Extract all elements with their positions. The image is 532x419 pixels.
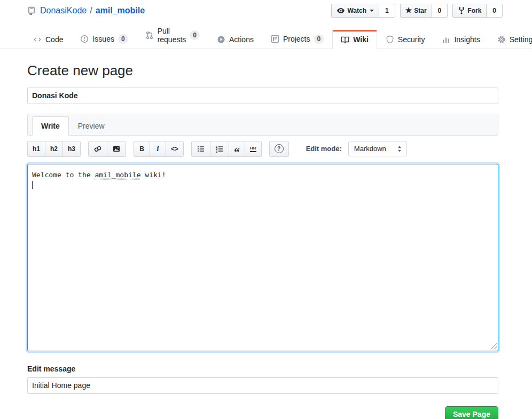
help-icon: ? — [275, 144, 284, 153]
wiki-title-input[interactable] — [27, 88, 498, 104]
bold-button[interactable]: B — [134, 141, 150, 157]
page-title: Create new page — [27, 62, 498, 80]
breadcrumb: DonasiKode / amil_mobile — [27, 6, 145, 15]
repo-tab-bar: Code Issues 0 Pull requests 0 Actions Pr… — [0, 23, 532, 49]
book-icon — [341, 35, 349, 44]
tab-label: Actions — [229, 35, 254, 44]
fork-icon — [458, 6, 465, 15]
link-button[interactable] — [88, 141, 107, 157]
italic-button[interactable]: i — [150, 141, 166, 157]
body-line-1: Welcome to the amil_mobile wiki! — [32, 170, 494, 180]
projects-count-badge: 0 — [314, 34, 324, 44]
horizontal-rule-button[interactable]: HR — [245, 141, 262, 157]
ordered-list-button[interactable]: 123 — [210, 141, 229, 157]
edit-message-section: Edit message — [27, 365, 498, 394]
tab-label: Wiki — [353, 35, 369, 44]
shield-icon — [386, 35, 394, 44]
edit-mode-label: Edit mode: — [306, 145, 342, 153]
h3-button[interactable]: h3 — [62, 141, 81, 157]
pull-request-icon — [145, 31, 154, 39]
tab-projects[interactable]: Projects 0 — [262, 29, 332, 49]
watch-count[interactable]: 1 — [379, 4, 395, 18]
resize-handle[interactable] — [490, 343, 497, 350]
select-caret-icon — [397, 145, 402, 153]
gear-icon — [497, 35, 506, 44]
help-button[interactable]: ? — [269, 141, 289, 157]
issues-count-badge: 0 — [118, 34, 128, 44]
tab-code[interactable]: Code — [25, 30, 72, 49]
image-button[interactable] — [107, 141, 126, 157]
tab-wiki[interactable]: Wiki — [332, 30, 377, 49]
edit-mode-select[interactable]: Markdown — [348, 141, 407, 156]
repo-icon — [27, 6, 36, 15]
star-label: Star — [414, 7, 426, 14]
fork-button[interactable]: Fork — [452, 4, 487, 18]
fork-button-group: Fork 0 — [452, 4, 503, 18]
code-button[interactable]: <> — [166, 141, 184, 157]
star-icon: ★ — [405, 6, 412, 14]
list-button-group: 123 “ HR — [191, 141, 262, 157]
issue-icon — [80, 35, 89, 43]
eye-icon — [337, 6, 345, 15]
h2-button[interactable]: h2 — [45, 141, 63, 157]
wiki-body-textarea[interactable]: Welcome to the amil_mobile wiki! — [27, 164, 498, 351]
save-page-button[interactable]: Save Page — [445, 406, 498, 419]
unordered-list-button[interactable] — [191, 141, 210, 157]
watch-label: Watch — [347, 7, 366, 14]
heading-button-group: h1 h2 h3 — [27, 141, 81, 157]
body-line-2 — [32, 180, 494, 191]
play-icon — [217, 35, 225, 44]
fork-label: Fork — [467, 7, 481, 14]
media-button-group — [88, 141, 126, 157]
tab-issues[interactable]: Issues 0 — [72, 29, 136, 49]
star-count[interactable]: 0 — [432, 4, 448, 18]
format-button-group: B i <> — [134, 141, 184, 157]
social-buttons: Watch 1 ★ Star 0 Fork 0 — [331, 4, 503, 18]
tab-label: Pull requests — [158, 27, 186, 44]
repo-name-link[interactable]: amil_mobile — [96, 6, 145, 15]
image-icon — [112, 145, 121, 153]
watch-button[interactable]: Watch — [331, 4, 379, 18]
edit-message-label: Edit message — [27, 365, 498, 373]
caret-down-icon — [370, 10, 374, 14]
star-button[interactable]: ★ Star — [400, 4, 432, 18]
breadcrumb-separator: / — [90, 6, 92, 15]
markdown-toolbar: h1 h2 h3 B i <> 123 “ HR ? Edit mode: Ma… — [27, 141, 498, 157]
tab-label: Projects — [283, 35, 310, 43]
star-button-group: ★ Star 0 — [400, 4, 448, 18]
write-preview-tabnav: Write Preview — [27, 114, 498, 136]
tab-label: Security — [398, 35, 425, 44]
edit-message-input[interactable] — [27, 377, 498, 394]
tab-settings[interactable]: Settings — [489, 30, 532, 49]
tab-actions[interactable]: Actions — [208, 30, 262, 49]
hr-icon: HR — [250, 146, 256, 152]
tab-label: Insights — [454, 35, 480, 44]
tab-security[interactable]: Security — [377, 30, 434, 49]
code-icon — [33, 35, 42, 44]
tab-write[interactable]: Write — [32, 116, 69, 136]
tab-label: Issues — [92, 35, 114, 43]
form-actions: Save Page — [27, 406, 498, 419]
ordered-list-icon: 123 — [215, 145, 224, 153]
misspelled-word: amil_mobile — [95, 171, 140, 179]
wiki-editor-main: Create new page Write Preview h1 h2 h3 B… — [27, 62, 498, 419]
watch-button-group: Watch 1 — [331, 4, 395, 18]
fork-count[interactable]: 0 — [487, 4, 503, 18]
blockquote-button[interactable]: “ — [229, 141, 245, 157]
tab-pull-requests[interactable]: Pull requests 0 — [137, 21, 208, 49]
unordered-list-icon — [197, 145, 205, 153]
tab-label: Settings — [510, 35, 532, 44]
help-button-group: ? — [269, 141, 289, 157]
link-icon — [93, 145, 102, 153]
h1-button[interactable]: h1 — [27, 141, 45, 157]
tab-label: Code — [45, 35, 63, 44]
repo-owner-link[interactable]: DonasiKode — [40, 6, 87, 15]
project-board-icon — [271, 35, 279, 43]
tab-insights[interactable]: Insights — [433, 30, 488, 49]
text-cursor — [32, 181, 33, 189]
repo-header: DonasiKode / amil_mobile Watch 1 ★ Star … — [0, 0, 532, 20]
graph-icon — [442, 35, 450, 44]
tab-preview[interactable]: Preview — [69, 116, 114, 136]
pr-count-badge: 0 — [190, 30, 200, 40]
svg-text:3: 3 — [216, 149, 217, 153]
